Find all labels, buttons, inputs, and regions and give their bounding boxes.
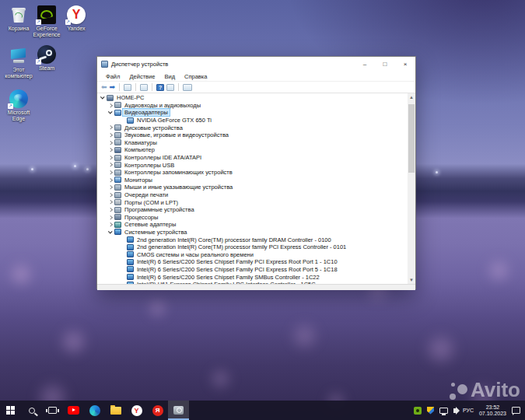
tree-item[interactable]: Сетевые адаптеры [97,221,408,229]
chevron-icon[interactable] [107,124,114,131]
device-manager-window: Диспетчер устройств – □ × Файл Действие … [96,56,416,289]
scan-hardware-icon[interactable] [166,84,174,91]
computer-monitor-icon[interactable] [183,84,192,91]
vertical-scrollbar[interactable]: ▲ ▼ [408,93,415,284]
chevron-icon[interactable] [107,146,114,153]
tree-item[interactable]: Intel(R) 6 Series/C200 Series Chipset Fa… [97,266,408,274]
tree-item-label: 2nd generation Intel(R) Core(TM) process… [135,236,333,243]
language-indicator[interactable]: РУС [463,408,474,413]
nvidia-tray-icon[interactable] [414,407,422,415]
desktop-icon-steam[interactable]: ↗ Steam [29,45,65,72]
help-icon[interactable]: ? [156,84,164,91]
chevron-icon[interactable] [107,102,114,109]
tree-item[interactable]: Системные устройства [97,229,408,236]
console-tree-icon[interactable] [124,84,131,91]
forward-icon[interactable]: ➡ [110,82,116,92]
tree-item[interactable]: 2nd generation Intel(R) Core(TM) process… [97,243,408,251]
tree-item[interactable]: Контроллеры USB [97,161,408,169]
tree-item[interactable]: Программные устройства [97,206,408,214]
defender-shield-icon[interactable] [427,407,434,415]
chevron-icon[interactable] [107,162,114,169]
desktop-icon-label: Yandex [58,26,94,32]
notification-center-icon[interactable] [512,407,520,414]
microsoft-edge-icon [89,405,100,416]
chevron-icon[interactable] [107,199,114,206]
tree-item[interactable]: Дисковые устройства [97,124,408,131]
taskbar-device-manager[interactable] [168,401,189,420]
chevron-icon[interactable] [107,109,114,116]
volume-icon[interactable] [453,408,457,413]
tree-item[interactable]: Видеоадаптеры [97,109,408,117]
taskbar-search-button[interactable] [21,401,42,420]
chevron-icon[interactable] [107,229,114,236]
tree-item[interactable]: Аудиовходы и аудиовыходы [97,102,408,110]
yandex-icon: Я [152,405,163,416]
taskbar-edge[interactable] [84,401,105,420]
menu-action[interactable]: Действие [124,73,159,80]
window-title: Диспетчер устройств [111,61,355,68]
tree-item[interactable]: Intel(R) H61 Express Chipset Family LPC … [97,281,408,284]
windows-logo-icon [6,406,15,415]
chevron-icon[interactable] [107,169,114,176]
desktop-icon-edge[interactable]: ↗ Microsoft Edge [1,89,37,122]
tree-item[interactable]: Intel(R) 6 Series/C200 Series Chipset Fa… [97,258,408,266]
chevron-icon[interactable] [107,139,114,146]
title-bar[interactable]: Диспетчер устройств – □ × [97,57,415,72]
taskbar-yandex[interactable]: Я [147,401,168,420]
scrollbar-thumb[interactable] [408,104,415,173]
chevron-icon[interactable] [107,206,114,213]
tree-item[interactable]: Компьютер [97,146,408,154]
tree-item-label: HOME-PC [115,94,145,101]
toolbar-separator [152,83,152,91]
tree-item-label: Контроллеры USB [123,162,176,169]
tree-item[interactable]: Контроллеры запоминающих устройств [97,169,408,177]
chevron-icon[interactable] [107,184,114,191]
chevron-icon[interactable] [99,94,107,101]
taskbar-clock[interactable]: 23:52 07.10.2023 [479,404,506,417]
tree-item[interactable]: Процессоры [97,214,408,222]
close-button[interactable]: × [395,57,415,72]
tree-item[interactable]: CMOS системы и часы реального времени [97,250,408,258]
tree-item-label: Мыши и иные указывающие устройства [123,184,234,191]
tree-item[interactable]: Intel(R) 6 Series/C200 Series Chipset Fa… [97,273,408,281]
tree-item-label: 2nd generation Intel(R) Core(TM) process… [135,243,348,250]
tree-item[interactable]: Мыши и иные указывающие устройства [97,184,408,191]
menu-view[interactable]: Вид [159,73,180,80]
scroll-down-icon[interactable]: ▼ [408,276,415,284]
tree-item[interactable]: HOME-PC [97,94,408,102]
processor-icon [114,214,121,220]
scroll-up-icon[interactable]: ▲ [408,93,415,101]
taskbar-file-explorer[interactable] [105,401,126,420]
start-button[interactable] [0,401,21,420]
properties-icon[interactable] [140,84,148,91]
tree-item[interactable]: Мониторы [97,177,408,184]
chevron-icon[interactable] [107,214,114,221]
menu-file[interactable]: Файл [101,73,124,80]
menu-help[interactable]: Справка [180,73,212,80]
minimize-button[interactable]: – [355,57,375,72]
chevron-icon[interactable] [107,131,114,138]
tree-item[interactable]: Клавиатуры [97,139,408,147]
tree-item[interactable]: Контроллеры IDE ATA/ATAPI [97,154,408,162]
taskbar-yandex-browser[interactable]: Y [126,401,147,420]
chevron-icon[interactable] [107,191,114,198]
chevron-icon[interactable] [107,154,114,161]
tree-item[interactable]: NVIDIA GeForce GTX 650 Ti [97,117,408,124]
tree-item-label: Intel(R) 6 Series/C200 Series Chipset Fa… [135,274,321,281]
maximize-button[interactable]: □ [375,57,395,72]
tree-item[interactable]: Очереди печати [97,191,408,199]
shortcut-arrow-icon: ↗ [36,19,41,25]
tree-item-label: Звуковые, игровые и видеоустройства [123,131,230,138]
desktop-icon-yandex[interactable]: Y ↗ Yandex [58,5,94,32]
task-view-button[interactable] [42,401,63,420]
search-icon [29,408,35,414]
chevron-icon[interactable] [107,177,114,184]
task-view-icon [48,407,57,414]
chevron-icon[interactable] [107,221,114,228]
tree-item[interactable]: Звуковые, игровые и видеоустройства [97,131,408,139]
network-icon[interactable] [439,408,448,414]
tree-item[interactable]: 2nd generation Intel(R) Core(TM) process… [97,236,408,243]
back-icon[interactable]: ⬅ [101,82,107,92]
tree-item[interactable]: Порты (COM и LPT) [97,198,408,206]
taskbar-youtube[interactable] [63,401,84,420]
